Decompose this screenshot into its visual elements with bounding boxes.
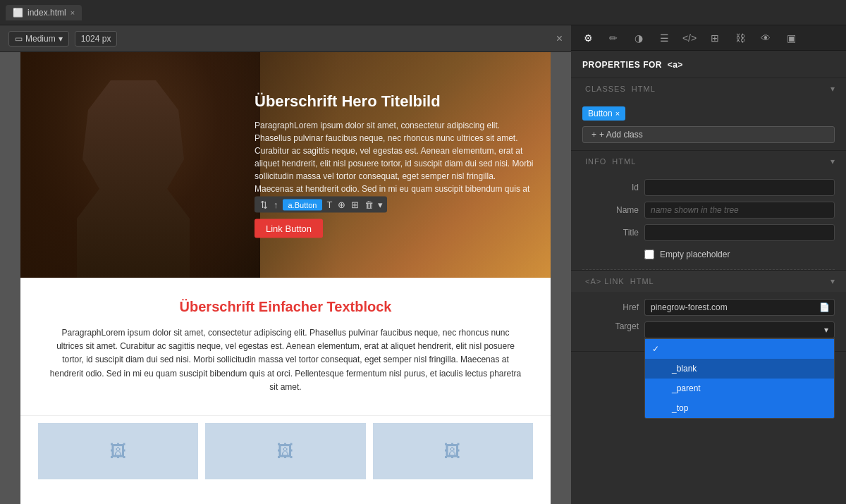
classes-chevron-icon: ▾ bbox=[830, 84, 835, 94]
hero-text: ParagraphLorem ipsum dolor sit amet, con… bbox=[255, 119, 537, 208]
href-label: Href bbox=[582, 302, 639, 312]
link-button[interactable]: Link Button bbox=[255, 219, 323, 238]
panel-content[interactable]: CLASSES HTML ▾ Button × + + Add class bbox=[571, 78, 846, 504]
link-section: <A> LINK HTML ▾ Href 📄 bbox=[571, 271, 846, 352]
target-option-empty[interactable]: ✓ bbox=[645, 339, 834, 359]
image-icon-2: 🖼 bbox=[277, 441, 294, 461]
canvas-scroll[interactable]: Überschrift Hero Titelbild ParagraphLore… bbox=[0, 52, 571, 504]
id-label: Id bbox=[582, 183, 639, 192]
link-section-body: Href 📄 Target ▾ bbox=[571, 292, 846, 351]
target-option-blank[interactable]: _blank bbox=[645, 359, 834, 379]
add-class-button[interactable]: + + Add class bbox=[582, 126, 835, 143]
file-icon: ⬜ bbox=[13, 8, 23, 18]
target-dropdown-list: ✓ _blank _parent bbox=[644, 338, 835, 419]
panel-icon-layout[interactable]: ▣ bbox=[780, 28, 802, 48]
delete-icon[interactable]: 🗑 bbox=[363, 198, 375, 211]
hero-figure bbox=[20, 52, 260, 278]
target-option-top[interactable]: _top bbox=[645, 398, 834, 418]
classes-section-header[interactable]: CLASSES HTML ▾ bbox=[571, 78, 846, 99]
panel-icon-palette[interactable]: ◑ bbox=[627, 28, 650, 48]
move-icon[interactable]: ⇅ bbox=[259, 198, 269, 211]
chevron-down-icon: ▾ bbox=[59, 34, 63, 44]
grid-icon[interactable]: ⊞ bbox=[350, 198, 360, 211]
hero-section: Überschrift Hero Titelbild ParagraphLore… bbox=[20, 52, 551, 278]
link-chevron-icon: ▾ bbox=[830, 276, 835, 286]
class-tag-button[interactable]: Button × bbox=[582, 106, 625, 121]
target-option-parent[interactable]: _parent bbox=[645, 379, 834, 398]
empty-placeholder-checkbox[interactable] bbox=[644, 250, 654, 259]
panel-icon-link[interactable]: ⛓ bbox=[729, 28, 752, 48]
info-section-body: Id Name Title Empty placeholder bbox=[571, 172, 846, 269]
target-dropdown[interactable]: ▾ bbox=[644, 321, 835, 338]
href-input-wrapper: 📄 bbox=[644, 299, 835, 316]
empty-placeholder-row: Empty placeholder bbox=[644, 247, 835, 262]
id-input[interactable] bbox=[644, 179, 835, 196]
class-tag-label: Button bbox=[588, 109, 613, 118]
target-dropdown-wrapper: ▾ ✓ _blank bbox=[644, 321, 835, 338]
site-canvas: Überschrift Hero Titelbild ParagraphLore… bbox=[20, 52, 551, 504]
href-input[interactable] bbox=[644, 299, 815, 316]
title-input[interactable] bbox=[644, 224, 835, 241]
panel-icon-table[interactable]: ⊞ bbox=[704, 28, 726, 48]
device-label: Medium bbox=[25, 34, 56, 44]
title-label: Title bbox=[582, 228, 639, 238]
text-icon[interactable]: T bbox=[325, 198, 333, 211]
check-icon: ✓ bbox=[652, 344, 659, 354]
add-class-label: + Add class bbox=[599, 130, 643, 140]
right-panel: ⚙ ✏ ◑ ☰ </> ⊞ ⛓ 👁 ▣ PROPERTIES FOR <a> C… bbox=[571, 25, 846, 504]
image-placeholder-2: 🖼 bbox=[205, 423, 365, 479]
name-row: Name bbox=[582, 202, 835, 219]
info-section: INFO HTML ▾ Id Name Title bbox=[571, 151, 846, 271]
main-layout: ▭ Medium ▾ 1024 px × Überschrift Hero Ti… bbox=[0, 25, 846, 504]
canvas-area: ▭ Medium ▾ 1024 px × Überschrift Hero Ti… bbox=[0, 25, 571, 504]
class-tag-remove[interactable]: × bbox=[615, 109, 620, 118]
info-chevron-icon: ▾ bbox=[830, 156, 835, 166]
option-label-parent: _parent bbox=[672, 383, 701, 393]
properties-label: PROPERTIES FOR bbox=[582, 60, 662, 70]
device-icon: ▭ bbox=[15, 34, 23, 44]
top-bar: ⬜ index.html × bbox=[0, 0, 846, 25]
image-icon-1: 🖼 bbox=[110, 441, 127, 461]
panel-icon-list[interactable]: ☰ bbox=[653, 28, 675, 48]
tab-label: index.html bbox=[27, 8, 66, 18]
info-title: INFO HTML bbox=[582, 157, 636, 166]
up-icon[interactable]: ↑ bbox=[272, 198, 280, 211]
panel-icon-eye[interactable]: 👁 bbox=[754, 28, 777, 48]
target-label: Target bbox=[582, 321, 639, 331]
class-tag-row: Button × bbox=[582, 106, 835, 121]
content-title: Überschrift Einfacher Textblock bbox=[49, 299, 522, 315]
info-section-header[interactable]: INFO HTML ▾ bbox=[571, 151, 846, 172]
link-section-header[interactable]: <A> LINK HTML ▾ bbox=[571, 271, 846, 292]
href-file-button[interactable]: 📄 bbox=[815, 299, 835, 316]
id-row: Id bbox=[582, 179, 835, 196]
more-icon[interactable]: ▾ bbox=[378, 199, 383, 210]
properties-header: PROPERTIES FOR <a> bbox=[571, 51, 846, 78]
px-display: 1024 px bbox=[75, 31, 118, 47]
option-label-top: _top bbox=[672, 403, 688, 413]
classes-body: Button × + + Add class bbox=[571, 99, 846, 150]
hero-content: Überschrift Hero Titelbild ParagraphLore… bbox=[255, 92, 537, 238]
name-input[interactable] bbox=[644, 202, 835, 219]
hero-title: Überschrift Hero Titelbild bbox=[255, 92, 537, 111]
properties-title: PROPERTIES FOR <a> bbox=[582, 60, 683, 70]
title-row: Title bbox=[582, 224, 835, 241]
panel-icon-pen[interactable]: ✏ bbox=[602, 28, 625, 48]
image-icon-3: 🖼 bbox=[444, 441, 461, 461]
canvas-close-button[interactable]: × bbox=[556, 32, 563, 45]
empty-placeholder-label: Empty placeholder bbox=[660, 250, 730, 259]
classes-title: CLASSES HTML bbox=[582, 85, 656, 93]
file-tab[interactable]: ⬜ index.html × bbox=[6, 5, 82, 20]
panel-icon-sliders[interactable]: ⚙ bbox=[577, 28, 599, 48]
content-text: ParagraphLorem ipsum dolor sit amet, con… bbox=[49, 326, 522, 394]
target-row: Target ▾ ✓ bbox=[582, 321, 835, 338]
target-chevron-icon: ▾ bbox=[824, 325, 828, 335]
element-label: a.Button bbox=[283, 199, 323, 210]
button-toolbar: ⇅ ↑ a.Button T ⊕ ⊞ 🗑 ▾ bbox=[255, 197, 387, 213]
element-tag: <a> bbox=[668, 60, 683, 70]
image-placeholder-3: 🖼 bbox=[373, 423, 533, 479]
link-icon[interactable]: ⊕ bbox=[336, 198, 347, 211]
image-row: 🖼 🖼 🖼 bbox=[20, 416, 551, 486]
panel-icon-code[interactable]: </> bbox=[678, 28, 701, 48]
device-selector[interactable]: ▭ Medium ▾ bbox=[8, 31, 69, 47]
tab-close-button[interactable]: × bbox=[70, 8, 75, 17]
